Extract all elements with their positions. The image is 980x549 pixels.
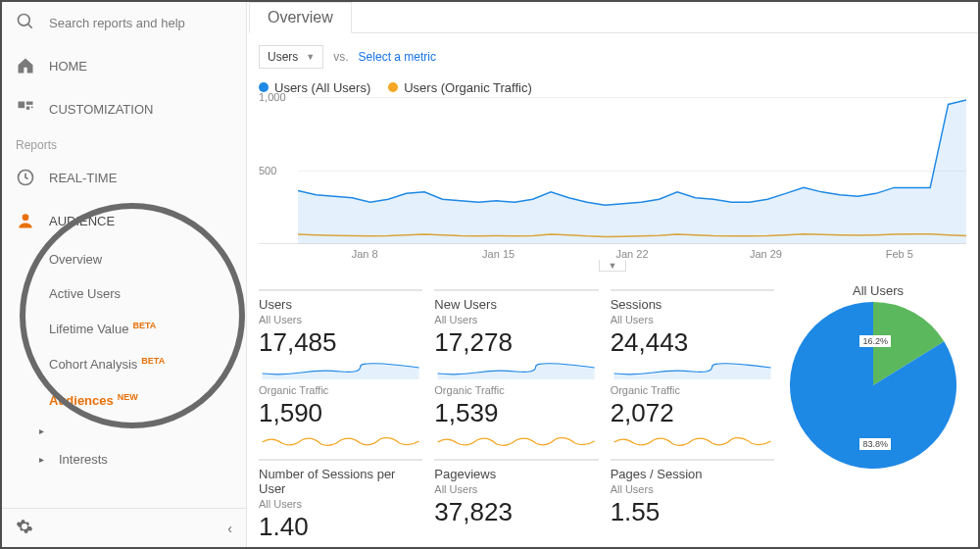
svg-rect-3 [26, 102, 33, 105]
card-segment: All Users [259, 498, 422, 510]
chevron-right-icon: ▸ [39, 425, 49, 436]
pie-slice-label: 83.8% [859, 438, 891, 450]
select-metric-link[interactable]: Select a metric [359, 50, 436, 64]
pie-chart: All Users 16.2% 83.8% [790, 283, 966, 469]
card-segment: All Users [259, 314, 422, 325]
card-value: 24,443 [611, 327, 774, 358]
label: Overview [49, 252, 102, 267]
card-value: 17,278 [434, 327, 598, 358]
card-segment: All Users [611, 483, 774, 495]
card-title: Sessions [611, 289, 774, 312]
legend-item-b[interactable]: Users (Organic Traffic) [388, 80, 532, 95]
dropdown-value: Users [268, 50, 298, 64]
card-value: 17,485 [259, 327, 422, 358]
svg-line-1 [28, 25, 32, 28]
x-tick: Jan 29 [699, 248, 832, 260]
x-tick: Jan 8 [298, 248, 431, 260]
metric-card: PageviewsAll Users37,823 [434, 453, 610, 544]
x-axis-labels: Jan 8Jan 15Jan 22Jan 29Feb 5 [298, 244, 966, 260]
dashboard-icon [16, 99, 35, 119]
metric-card: New UsersAll Users17,278Organic Traffic1… [434, 283, 610, 453]
legend-label: Users (All Users) [274, 80, 370, 95]
nav-audience[interactable]: AUDIENCE [2, 199, 246, 242]
chart-controls: Users ▼ vs. Select a metric [247, 33, 978, 80]
card-value: 1.40 [259, 512, 422, 542]
sparkline [434, 360, 598, 379]
chart-legend: Users (All Users) Users (Organic Traffic… [247, 80, 978, 97]
chevron-right-icon: ▸ [39, 454, 49, 465]
metric-card: Pages / SessionAll Users1.55 [611, 453, 786, 544]
pie-slice-label: 16.2% [859, 335, 891, 347]
sparkline [611, 430, 774, 450]
collapse-sidebar-icon[interactable]: ‹ [227, 521, 232, 536]
card-title: Number of Sessions per User [259, 459, 422, 496]
card-value: 1,539 [434, 398, 598, 428]
card-segment: Organic Traffic [434, 384, 598, 396]
person-icon [16, 211, 35, 230]
sidebar-item-interests[interactable]: ▸Interests [2, 444, 246, 474]
card-segment: Organic Traffic [259, 384, 422, 396]
sidebar-item-overview[interactable]: Overview [2, 242, 246, 276]
svg-rect-5 [31, 107, 33, 109]
svg-point-7 [23, 214, 29, 221]
search-placeholder: Search reports and help [49, 16, 185, 30]
card-value: 1.55 [611, 497, 774, 527]
sidebar: Search reports and help HOME CUSTOMIZATI… [2, 2, 247, 547]
interests-label: Interests [59, 452, 108, 467]
card-segment: All Users [611, 314, 774, 325]
sparkline [259, 430, 422, 450]
metric-dropdown[interactable]: Users ▼ [259, 45, 323, 69]
card-title: New Users [434, 289, 598, 312]
dot-icon [388, 82, 398, 92]
x-tick: Feb 5 [833, 248, 966, 260]
sidebar-item-cohort[interactable]: Cohort AnalysisBETA [2, 346, 246, 381]
card-title: Pages / Session [611, 459, 774, 481]
svg-rect-2 [19, 102, 25, 109]
sparkline [259, 360, 422, 379]
card-segment: Organic Traffic [611, 384, 774, 396]
home-icon [16, 56, 35, 75]
main-content: Overview Users ▼ vs. Select a metric Use… [247, 2, 978, 547]
vs-label: vs. [333, 50, 348, 64]
label: Lifetime Value [49, 322, 128, 336]
sidebar-item-collapsed[interactable]: ▸ [2, 418, 246, 444]
nav-customization[interactable]: CUSTOMIZATION [2, 87, 246, 130]
tab-bar: Overview [249, 2, 978, 33]
sidebar-item-audiences[interactable]: AudiencesNEW [2, 382, 246, 418]
metric-card: UsersAll Users17,485Organic Traffic1,590 [259, 283, 434, 453]
card-segment: All Users [434, 483, 598, 495]
metric-card: Number of Sessions per UserAll Users1.40 [259, 453, 434, 544]
sidebar-item-lifetime-value[interactable]: Lifetime ValueBETA [2, 311, 246, 346]
expand-handle[interactable]: ▼ [599, 260, 626, 272]
legend-label: Users (Organic Traffic) [404, 80, 532, 95]
pie-title: All Users [790, 283, 966, 298]
beta-badge: BETA [141, 356, 165, 366]
new-badge: NEW [118, 392, 138, 402]
nav-home[interactable]: HOME [2, 44, 246, 87]
sparkline [434, 430, 598, 450]
y-tick: 500 [259, 165, 276, 176]
card-value: 2,072 [611, 398, 774, 428]
card-segment: All Users [434, 314, 598, 325]
gear-icon[interactable] [16, 518, 33, 538]
axis-line [298, 243, 966, 244]
line-chart-svg [298, 97, 966, 243]
realtime-label: REAL-TIME [49, 171, 117, 185]
card-title: Users [259, 289, 422, 312]
clock-icon [16, 168, 35, 187]
search-field[interactable]: Search reports and help [2, 2, 246, 44]
y-tick: 1,000 [259, 91, 286, 103]
label: Audiences [49, 393, 114, 408]
card-value: 1,590 [259, 398, 422, 428]
label: Cohort Analysis [49, 358, 137, 373]
sidebar-item-active-users[interactable]: Active Users [2, 276, 246, 311]
chevron-down-icon: ▼ [306, 52, 315, 62]
beta-badge: BETA [132, 321, 156, 330]
label: Active Users [49, 286, 121, 301]
nav-realtime[interactable]: REAL-TIME [2, 156, 246, 199]
metric-card: SessionsAll Users24,443Organic Traffic2,… [611, 283, 786, 453]
tab-overview[interactable]: Overview [249, 2, 352, 33]
sparkline [611, 360, 774, 379]
svg-point-0 [19, 15, 30, 26]
reports-heading: Reports [2, 130, 246, 156]
